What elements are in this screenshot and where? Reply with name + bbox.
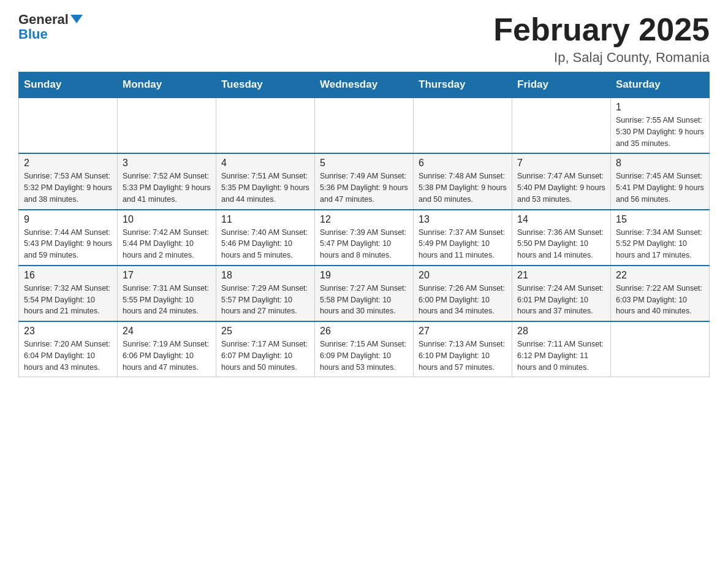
calendar-cell [414,98,512,153]
calendar-cell: 2Sunrise: 7:53 AM Sunset: 5:32 PM Daylig… [19,153,118,209]
day-number: 26 [320,326,408,337]
calendar-week-row: 9Sunrise: 7:44 AM Sunset: 5:43 PM Daylig… [19,210,710,266]
title-block: February 2025 Ip, Salaj County, Romania [493,12,710,66]
calendar-cell: 3Sunrise: 7:52 AM Sunset: 5:33 PM Daylig… [118,153,216,209]
calendar-cell: 22Sunrise: 7:22 AM Sunset: 6:03 PM Dayli… [611,266,710,321]
day-number: 12 [320,214,408,225]
day-number: 22 [616,270,704,281]
logo-triangle-icon [70,15,83,23]
calendar-cell: 21Sunrise: 7:24 AM Sunset: 6:01 PM Dayli… [512,266,611,321]
logo: General Blue [18,12,83,42]
calendar-cell: 9Sunrise: 7:44 AM Sunset: 5:43 PM Daylig… [19,210,118,266]
day-number: 6 [419,158,507,169]
calendar-cell: 20Sunrise: 7:26 AM Sunset: 6:00 PM Dayli… [414,266,512,321]
day-info: Sunrise: 7:45 AM Sunset: 5:41 PM Dayligh… [616,170,704,205]
calendar-cell: 4Sunrise: 7:51 AM Sunset: 5:35 PM Daylig… [216,153,315,209]
calendar-day-header: Sunday [19,72,118,98]
calendar-cell: 1Sunrise: 7:55 AM Sunset: 5:30 PM Daylig… [611,98,710,153]
logo-general-text: General [18,12,69,27]
day-number: 11 [221,214,309,225]
day-number: 9 [24,214,112,225]
page-title: February 2025 [493,12,710,47]
day-info: Sunrise: 7:22 AM Sunset: 6:03 PM Dayligh… [616,283,704,317]
calendar-cell [315,98,414,153]
day-number: 8 [616,158,704,169]
day-info: Sunrise: 7:19 AM Sunset: 6:06 PM Dayligh… [123,339,211,373]
day-info: Sunrise: 7:32 AM Sunset: 5:54 PM Dayligh… [24,283,112,317]
calendar-header-row: SundayMondayTuesdayWednesdayThursdayFrid… [19,72,710,98]
calendar-week-row: 16Sunrise: 7:32 AM Sunset: 5:54 PM Dayli… [19,266,710,321]
calendar-cell: 14Sunrise: 7:36 AM Sunset: 5:50 PM Dayli… [512,210,611,266]
calendar-day-header: Tuesday [216,72,315,98]
day-info: Sunrise: 7:24 AM Sunset: 6:01 PM Dayligh… [517,283,605,317]
calendar-cell: 7Sunrise: 7:47 AM Sunset: 5:40 PM Daylig… [512,153,611,209]
day-number: 19 [320,270,408,281]
day-info: Sunrise: 7:55 AM Sunset: 5:30 PM Dayligh… [616,115,704,149]
day-number: 7 [517,158,605,169]
calendar-cell [118,98,216,153]
day-info: Sunrise: 7:37 AM Sunset: 5:49 PM Dayligh… [419,227,507,261]
calendar-cell: 10Sunrise: 7:42 AM Sunset: 5:44 PM Dayli… [118,210,216,266]
day-info: Sunrise: 7:11 AM Sunset: 6:12 PM Dayligh… [517,339,605,373]
calendar-header: SundayMondayTuesdayWednesdayThursdayFrid… [19,72,710,98]
calendar-cell: 19Sunrise: 7:27 AM Sunset: 5:58 PM Dayli… [315,266,414,321]
calendar-cell: 26Sunrise: 7:15 AM Sunset: 6:09 PM Dayli… [315,321,414,377]
calendar-cell: 28Sunrise: 7:11 AM Sunset: 6:12 PM Dayli… [512,321,611,377]
calendar-cell: 12Sunrise: 7:39 AM Sunset: 5:47 PM Dayli… [315,210,414,266]
calendar-day-header: Saturday [611,72,710,98]
day-info: Sunrise: 7:44 AM Sunset: 5:43 PM Dayligh… [24,227,112,261]
day-info: Sunrise: 7:47 AM Sunset: 5:40 PM Dayligh… [517,170,605,205]
calendar-cell: 24Sunrise: 7:19 AM Sunset: 6:06 PM Dayli… [118,321,216,377]
calendar-week-row: 23Sunrise: 7:20 AM Sunset: 6:04 PM Dayli… [19,321,710,377]
day-number: 24 [123,326,211,337]
calendar-day-header: Monday [118,72,216,98]
day-info: Sunrise: 7:36 AM Sunset: 5:50 PM Dayligh… [517,227,605,261]
day-number: 27 [419,326,507,337]
calendar-day-header: Wednesday [315,72,414,98]
page-subtitle: Ip, Salaj County, Romania [493,50,710,66]
calendar-week-row: 1Sunrise: 7:55 AM Sunset: 5:30 PM Daylig… [19,98,710,153]
day-number: 21 [517,270,605,281]
day-info: Sunrise: 7:29 AM Sunset: 5:57 PM Dayligh… [221,283,309,317]
day-number: 3 [123,158,211,169]
day-number: 28 [517,326,605,337]
calendar-cell: 25Sunrise: 7:17 AM Sunset: 6:07 PM Dayli… [216,321,315,377]
day-info: Sunrise: 7:51 AM Sunset: 5:35 PM Dayligh… [221,170,309,205]
day-number: 20 [419,270,507,281]
day-number: 25 [221,326,309,337]
calendar-week-row: 2Sunrise: 7:53 AM Sunset: 5:32 PM Daylig… [19,153,710,209]
calendar-cell [512,98,611,153]
calendar-cell: 6Sunrise: 7:48 AM Sunset: 5:38 PM Daylig… [414,153,512,209]
calendar-cell: 11Sunrise: 7:40 AM Sunset: 5:46 PM Dayli… [216,210,315,266]
day-info: Sunrise: 7:15 AM Sunset: 6:09 PM Dayligh… [320,339,408,373]
day-info: Sunrise: 7:17 AM Sunset: 6:07 PM Dayligh… [221,339,309,373]
calendar-table: SundayMondayTuesdayWednesdayThursdayFrid… [18,72,710,377]
day-info: Sunrise: 7:27 AM Sunset: 5:58 PM Dayligh… [320,283,408,317]
day-number: 15 [616,214,704,225]
day-info: Sunrise: 7:53 AM Sunset: 5:32 PM Dayligh… [24,170,112,205]
calendar-cell: 27Sunrise: 7:13 AM Sunset: 6:10 PM Dayli… [414,321,512,377]
day-info: Sunrise: 7:34 AM Sunset: 5:52 PM Dayligh… [616,227,704,261]
calendar-cell: 8Sunrise: 7:45 AM Sunset: 5:41 PM Daylig… [611,153,710,209]
calendar-cell: 13Sunrise: 7:37 AM Sunset: 5:49 PM Dayli… [414,210,512,266]
calendar-cell: 16Sunrise: 7:32 AM Sunset: 5:54 PM Dayli… [19,266,118,321]
day-info: Sunrise: 7:31 AM Sunset: 5:55 PM Dayligh… [123,283,211,317]
day-number: 17 [123,270,211,281]
calendar-cell: 15Sunrise: 7:34 AM Sunset: 5:52 PM Dayli… [611,210,710,266]
day-number: 2 [24,158,112,169]
day-info: Sunrise: 7:52 AM Sunset: 5:33 PM Dayligh… [123,170,211,205]
day-number: 16 [24,270,112,281]
day-info: Sunrise: 7:20 AM Sunset: 6:04 PM Dayligh… [24,339,112,373]
day-info: Sunrise: 7:48 AM Sunset: 5:38 PM Dayligh… [419,170,507,205]
calendar-body: 1Sunrise: 7:55 AM Sunset: 5:30 PM Daylig… [19,98,710,377]
calendar-cell: 5Sunrise: 7:49 AM Sunset: 5:36 PM Daylig… [315,153,414,209]
day-number: 4 [221,158,309,169]
day-info: Sunrise: 7:40 AM Sunset: 5:46 PM Dayligh… [221,227,309,261]
calendar-cell [216,98,315,153]
day-number: 14 [517,214,605,225]
logo-blue-text: Blue [18,27,83,42]
day-number: 23 [24,326,112,337]
page-header: General Blue February 2025 Ip, Salaj Cou… [18,12,710,66]
calendar-cell: 18Sunrise: 7:29 AM Sunset: 5:57 PM Dayli… [216,266,315,321]
day-number: 10 [123,214,211,225]
